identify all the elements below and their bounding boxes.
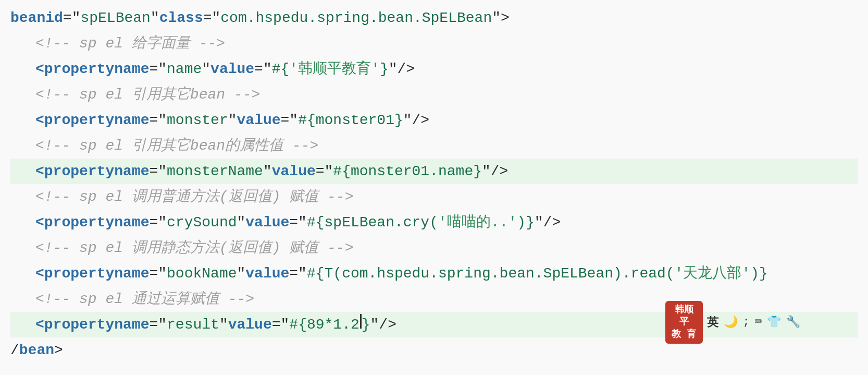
code-line-line8: <!-- sp el 调用普通方法(返回值) 赋值 -->	[10, 184, 858, 210]
attr-name-span: name	[114, 312, 149, 337]
plain-span: ="	[149, 107, 167, 133]
attr-name-span: name	[114, 56, 149, 82]
code-line-line4: <!-- sp el 引用其它bean -->	[10, 82, 858, 107]
plain-span: /	[10, 337, 19, 363]
tag-span: <property	[35, 56, 114, 82]
semicolon-icon: ;	[743, 316, 750, 329]
code-line-line5: <property name="monster" value="#{monste…	[10, 107, 858, 133]
spel-expr-span: #{T(com.hspedu.spring.bean.SpELBean).rea…	[307, 261, 675, 286]
attr-name-span: name	[114, 210, 149, 235]
tag-span: bean	[19, 337, 54, 363]
attr-value-span: monsterName	[167, 159, 263, 184]
code-line-line2: <!-- sp el 给字面量 -->	[10, 31, 858, 56]
code-line-line9: <property name="crySound" value="#{spELB…	[10, 210, 858, 235]
spel-expr-span: )}	[750, 261, 768, 286]
attr-name-span: value	[245, 261, 289, 286]
plain-span: "/>	[389, 56, 415, 82]
spel-expr-span: #{spELBean.cry(	[307, 210, 438, 235]
plain-span: "	[263, 159, 272, 184]
attr-value-span: com.hspedu.spring.bean.SpELBean	[220, 5, 492, 31]
attr-value-span: bookName	[167, 261, 237, 286]
attr-value-span: spELBean	[80, 5, 150, 31]
spel-string-span: '喵喵的..'	[438, 210, 517, 235]
comment-span: <!-- sp el 给字面量 -->	[35, 31, 225, 56]
attr-name-span: class	[159, 5, 203, 31]
wrench-icon[interactable]: 🔧	[786, 315, 800, 329]
tag-span: <property	[35, 312, 114, 337]
plain-span: ="	[149, 261, 167, 286]
code-line-line10: <!-- sp el 调用静态方法(返回值) 赋值 -->	[10, 235, 858, 261]
tag-span: <property	[35, 159, 114, 184]
attr-value-span: result	[167, 312, 219, 337]
plain-span: ="	[272, 312, 290, 337]
code-line-line11: <property name="bookName" value="#{T(com…	[10, 261, 858, 286]
attr-name-span: value	[228, 312, 272, 337]
plain-span: "	[151, 5, 159, 31]
plain-span: "/>	[482, 159, 508, 184]
attr-name-span: name	[114, 159, 149, 184]
code-line-line7: <property name="monsterName" value="#{mo…	[10, 159, 858, 184]
tag-span: <property	[35, 210, 114, 235]
spel-expr-span: }	[362, 312, 370, 337]
comment-span: <!-- sp el 引用其它bean -->	[35, 82, 260, 107]
attr-name-span: name	[114, 261, 149, 286]
keyboard-icon[interactable]: ⌨	[755, 315, 762, 329]
plain-span: "/>	[403, 107, 429, 133]
plain-span: ="	[254, 56, 272, 82]
plain-span: "	[228, 107, 237, 133]
plain-span: ="	[149, 312, 167, 337]
plain-span: ="	[149, 210, 167, 235]
plain-span: ="	[149, 56, 167, 82]
plain-span: ="	[289, 261, 307, 286]
attr-value-span: monster	[167, 107, 228, 133]
code-line-line6: <!-- sp el 引用其它bean的属性值 -->	[10, 133, 858, 159]
moon-icon[interactable]: 🌙	[724, 315, 738, 329]
attr-name-span: value	[272, 159, 316, 184]
comment-span: <!-- sp el 通过运算赋值 -->	[35, 286, 254, 312]
plain-span: "	[219, 312, 228, 337]
spel-string-span: '韩顺平教育'	[289, 56, 380, 82]
toolbar-overlay: 韩顺平 教 育 英 🌙 ; ⌨ 👕 🔧	[665, 301, 800, 344]
spel-expr-span: }	[380, 56, 389, 82]
toolbar-icons: 英 🌙 ; ⌨ 👕 🔧	[707, 314, 800, 330]
plain-span: >	[54, 337, 63, 363]
plain-span: ">	[492, 5, 510, 31]
attr-name-span: id	[45, 5, 63, 31]
attr-value-span: crySound	[167, 210, 237, 235]
lang-button[interactable]: 英	[707, 314, 718, 330]
tag-span: bean	[10, 5, 45, 31]
comment-span: <!-- sp el 调用普通方法(返回值) 赋值 -->	[35, 184, 353, 210]
spel-expr-span: #{monster01}	[298, 107, 403, 133]
code-editor: bean id="spELBean" class="com.hspedu.spr…	[0, 0, 868, 375]
attr-name-span: value	[210, 56, 254, 82]
plain-span: "	[237, 210, 245, 235]
plain-span: "	[202, 56, 210, 82]
spel-expr-span: #{	[272, 56, 290, 82]
plain-span: ="	[289, 210, 307, 235]
code-line-line1: bean id="spELBean" class="com.hspedu.spr…	[10, 5, 858, 31]
plain-span: "/>	[370, 312, 396, 337]
shirt-icon[interactable]: 👕	[767, 315, 781, 329]
plain-span: ="	[203, 5, 221, 31]
plain-span: "	[237, 261, 245, 286]
attr-name-span: value	[245, 210, 289, 235]
spel-expr-span: )}	[517, 210, 535, 235]
plain-span: ="	[149, 159, 167, 184]
code-line-line3: <property name="name" value="#{'韩顺平教育'}"…	[10, 56, 858, 82]
attr-name-span: value	[237, 107, 281, 133]
spel-expr-span: #{monster01.name}	[333, 159, 482, 184]
plain-span: ="	[281, 107, 299, 133]
comment-span: <!-- sp el 引用其它bean的属性值 -->	[35, 133, 318, 159]
spel-string-span: '天龙八部'	[675, 261, 751, 286]
spel-expr-span: #{89*1.2	[289, 312, 359, 337]
comment-span: <!-- sp el 调用静态方法(返回值) 赋值 -->	[35, 235, 353, 261]
attr-name-span: name	[114, 107, 149, 133]
plain-span: ="	[63, 5, 81, 31]
attr-value-span: name	[167, 56, 202, 82]
brand-badge: 韩顺平 教 育	[665, 301, 703, 344]
plain-span: "/>	[535, 210, 561, 235]
tag-span: <property	[35, 107, 114, 133]
tag-span: <property	[35, 261, 114, 286]
plain-span: ="	[316, 159, 333, 184]
